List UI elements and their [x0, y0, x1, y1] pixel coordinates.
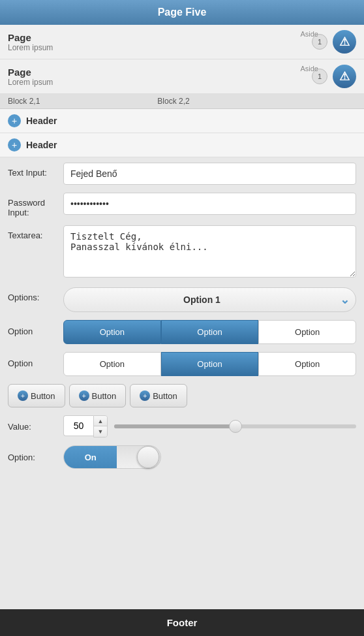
spinner-down-btn[interactable]: ▼ [94, 426, 107, 437]
textarea-wrap: Tisztelt Cég, Panasszal kívánok élni... [63, 225, 356, 279]
header-label-1: Header [26, 116, 57, 126]
spinner-arrows: ▲ ▼ [93, 415, 108, 437]
options-label: Options: [8, 287, 63, 302]
password-label: Password Input: [8, 193, 63, 217]
options-wrap: Option 1 ⌄ [63, 287, 356, 312]
option-group-1-label: Option [8, 320, 63, 344]
page-row-1: Page Lorem ipsum Aside 1 ⚠ [0, 25, 364, 59]
slider-fill [114, 424, 235, 428]
option-group-row-1: Option Option Option Option [8, 320, 356, 344]
block-label-1: Block 2,1 [8, 97, 40, 106]
option-group-row-2: Option Option Option Option [8, 352, 356, 376]
value-label: Value: [8, 422, 63, 432]
page-row-1-title: Page [8, 32, 312, 43]
option-btn-2-2[interactable]: Option [258, 352, 356, 376]
option-btn-2-0[interactable]: Option [63, 352, 161, 376]
page-row-1-info: Page Lorem ipsum [8, 32, 312, 52]
textarea-row: Textarea: Tisztelt Cég, Panasszal kíváno… [8, 225, 356, 279]
plus-icon-2: + [8, 138, 21, 151]
action-btn-0[interactable]: + Button [8, 384, 65, 407]
spinner-up-btn[interactable]: ▲ [94, 416, 107, 426]
spinner-wrap: ▲ ▼ [63, 415, 108, 437]
action-buttons-row: + Button + Button + Button [8, 384, 356, 407]
alert-btn-1[interactable]: ⚠ [333, 30, 356, 54]
textarea-label: Textarea: [8, 225, 63, 240]
header-item-1[interactable]: + Header [0, 109, 364, 133]
aside-label-1: Aside [300, 30, 318, 38]
text-input-wrap [63, 163, 356, 185]
alert-btn-2[interactable]: ⚠ [333, 65, 356, 88]
password-input[interactable] [63, 193, 356, 215]
plus-btn-icon-1: + [79, 390, 89, 401]
value-row: Value: ▲ ▼ [8, 415, 356, 437]
textarea-input[interactable]: Tisztelt Cég, Panasszal kívánok élni... [63, 225, 356, 278]
page-row-1-actions: 1 ⚠ [312, 30, 356, 54]
form-section: Text Input: Password Input: Textarea: Ti… [0, 157, 364, 609]
page-row-2-actions: 1 ⚠ [312, 65, 356, 88]
header-item-2[interactable]: + Header [0, 133, 364, 157]
options-selected-value: Option 1 [183, 294, 220, 305]
options-select-wrap: Option 1 ⌄ [63, 287, 356, 312]
toggle-on-part: On [64, 446, 117, 468]
action-btn-1-label: Button [92, 391, 117, 401]
option-btn-1-1[interactable]: Option [161, 320, 259, 344]
option-btn-2-1[interactable]: Option [161, 352, 259, 376]
app-header: Page Five [0, 0, 364, 25]
block-label-2: Block 2,2 [157, 97, 189, 106]
slider-wrap [114, 424, 356, 428]
app-title: Page Five [158, 7, 207, 18]
option-btn-group-1: Option Option Option [63, 320, 356, 344]
toggle-label: Option: [8, 453, 63, 462]
text-input-label: Text Input: [8, 163, 63, 178]
plus-icon-1: + [8, 114, 21, 127]
password-wrap [63, 193, 356, 215]
page-row-1-subtitle: Lorem ipsum [8, 43, 312, 52]
action-btn-2[interactable]: + Button [130, 384, 187, 407]
toggle-on-label: On [85, 453, 97, 462]
chevron-down-icon: ⌄ [340, 293, 350, 307]
option-btn-group-2: Option Option Option [63, 352, 356, 376]
options-select[interactable]: Option 1 ⌄ [63, 287, 356, 312]
toggle-switch[interactable]: On [63, 445, 161, 469]
plus-btn-icon-2: + [140, 390, 150, 401]
slider-thumb[interactable] [229, 420, 242, 433]
option-btn-1-2[interactable]: Option [258, 320, 356, 344]
aside-label-2: Aside [300, 65, 318, 72]
options-row: Options: Option 1 ⌄ [8, 287, 356, 312]
text-input[interactable] [63, 163, 356, 185]
page-row-2: Page Lorem ipsum Aside 1 ⚠ [0, 59, 364, 94]
spinner-input[interactable] [63, 415, 93, 436]
toggle-knob [137, 446, 159, 468]
toggle-row: Option: On [8, 445, 356, 469]
page-row-2-title: Page [8, 67, 312, 78]
header-label-2: Header [26, 140, 57, 150]
slider-track[interactable] [114, 424, 356, 428]
app-footer: Footer [0, 609, 364, 636]
page-row-2-subtitle: Lorem ipsum [8, 78, 312, 87]
action-btn-1[interactable]: + Button [69, 384, 127, 407]
option-btn-1-0[interactable]: Option [63, 320, 161, 344]
action-btn-0-label: Button [31, 391, 55, 401]
text-input-row: Text Input: [8, 163, 356, 185]
page-row-2-info: Page Lorem ipsum [8, 67, 312, 87]
block-row: Block 2,1 Block 2,2 [0, 94, 364, 109]
option-group-2-label: Option [8, 352, 63, 376]
password-input-row: Password Input: [8, 193, 356, 217]
action-btn-2-label: Button [153, 391, 177, 401]
footer-label: Footer [167, 617, 198, 628]
plus-btn-icon-0: + [18, 390, 28, 401]
